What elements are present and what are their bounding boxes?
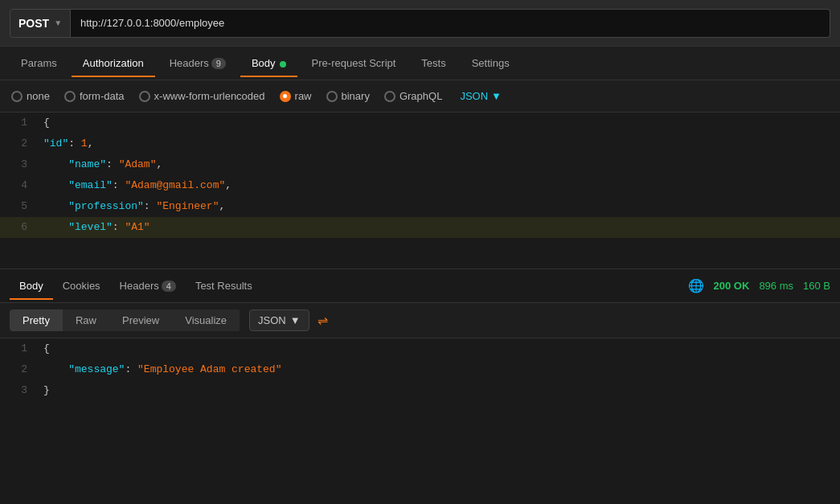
tab-body[interactable]: Body (240, 49, 297, 77)
method-select[interactable]: POST ▼ (10, 9, 71, 38)
response-tab-body[interactable]: Body (10, 272, 53, 300)
line-num-1: 1 (0, 113, 40, 133)
req-line-6: 6 "level": "A1" (0, 217, 840, 238)
tab-tests[interactable]: Tests (410, 49, 457, 77)
radio-form-data[interactable]: form-data (64, 90, 125, 102)
radio-circle-urlencoded (139, 91, 150, 102)
format-tab-preview[interactable]: Preview (109, 309, 172, 331)
resp-line-content-3: } (40, 380, 840, 401)
req-line-2: 2 "id": 1, (0, 133, 840, 154)
req-line-4: 4 "email": "Adam@gmail.com", (0, 175, 840, 196)
status-ok: 200 OK (714, 280, 750, 292)
line-num-2: 2 (0, 133, 40, 154)
resp-line-3: 3 } (0, 380, 840, 401)
request-body-editor[interactable]: 1 { 2 "id": 1, 3 "name": "Adam", 4 "emai… (0, 113, 840, 269)
tab-settings[interactable]: Settings (461, 49, 521, 77)
radio-raw[interactable]: raw (280, 90, 312, 102)
top-tabs: Params Authorization Headers9 Body Pre-r… (0, 47, 840, 80)
response-tab-headers[interactable]: Headers4 (110, 272, 186, 300)
resp-line-2: 2 "message": "Employee Adam created" (0, 359, 840, 380)
body-type-row: none form-data x-www-form-urlencoded raw… (0, 80, 840, 113)
radio-graphql[interactable]: GraphQL (384, 90, 442, 102)
radio-circle-form-data (64, 91, 76, 102)
line-content-6: "level": "A1" (40, 217, 840, 238)
body-active-dot (280, 61, 286, 68)
tab-headers[interactable]: Headers9 (158, 49, 237, 77)
tab-params[interactable]: Params (10, 49, 68, 77)
tab-authorization[interactable]: Authorization (72, 49, 155, 77)
req-line-5: 5 "profession": "Engineer", (0, 196, 840, 217)
globe-icon: 🌐 (688, 278, 704, 293)
radio-binary[interactable]: binary (326, 90, 370, 102)
method-label: POST (18, 17, 49, 30)
radio-none[interactable]: none (11, 90, 50, 102)
line-content-5: "profession": "Engineer", (40, 196, 840, 217)
format-tab-pretty[interactable]: Pretty (10, 309, 63, 331)
line-content-3: "name": "Adam", (40, 154, 840, 175)
response-body-editor: 1 { 2 "message": "Employee Adam created"… (0, 338, 840, 504)
json-chevron-icon: ▼ (491, 90, 502, 102)
response-status-area: 🌐 200 OK 896 ms 160 B (688, 278, 830, 293)
json-format-select[interactable]: JSON ▼ (460, 90, 502, 102)
format-tab-raw[interactable]: Raw (63, 309, 109, 331)
url-input[interactable] (71, 9, 830, 38)
response-tab-cookies[interactable]: Cookies (53, 272, 110, 300)
resp-line-content-1: { (40, 338, 840, 359)
resp-line-num-3: 3 (0, 380, 40, 401)
url-bar: POST ▼ (0, 0, 840, 47)
resp-line-1: 1 { (0, 338, 840, 359)
line-num-3: 3 (0, 154, 40, 175)
radio-circle-graphql (384, 91, 395, 102)
radio-circle-raw (280, 91, 291, 102)
line-num-5: 5 (0, 196, 40, 217)
req-line-3: 3 "name": "Adam", (0, 154, 840, 175)
line-num-6: 6 (0, 217, 40, 238)
req-line-1: 1 { (0, 113, 840, 133)
line-num-4: 4 (0, 175, 40, 196)
radio-circle-binary (326, 91, 338, 102)
status-size: 160 B (803, 280, 830, 292)
response-section: Body Cookies Headers4 Test Results 🌐 200… (0, 269, 840, 504)
line-content-4: "email": "Adam@gmail.com", (40, 175, 840, 196)
resp-line-num-2: 2 (0, 359, 40, 380)
resp-line-content-2: "message": "Employee Adam created" (40, 359, 840, 380)
method-chevron-icon: ▼ (54, 18, 62, 27)
response-tab-test-results[interactable]: Test Results (186, 272, 262, 300)
line-content-1: { (40, 113, 840, 133)
resp-line-num-1: 1 (0, 338, 40, 359)
response-json-chevron-icon: ▼ (290, 314, 301, 326)
response-format-bar: Pretty Raw Preview Visualize JSON ▼ ⇌ (0, 303, 840, 338)
tab-pre-request[interactable]: Pre-request Script (301, 49, 408, 77)
wrap-lines-icon[interactable]: ⇌ (318, 313, 328, 328)
line-content-2: "id": 1, (40, 133, 840, 154)
response-json-select[interactable]: JSON ▼ (249, 309, 309, 331)
response-headers-badge: 4 (162, 281, 176, 292)
response-tabs-bar: Body Cookies Headers4 Test Results 🌐 200… (0, 269, 840, 303)
status-time: 896 ms (759, 280, 793, 292)
radio-urlencoded[interactable]: x-www-form-urlencoded (139, 90, 265, 102)
format-tab-visualize[interactable]: Visualize (172, 309, 240, 331)
radio-circle-none (11, 91, 23, 102)
headers-badge: 9 (211, 58, 226, 69)
